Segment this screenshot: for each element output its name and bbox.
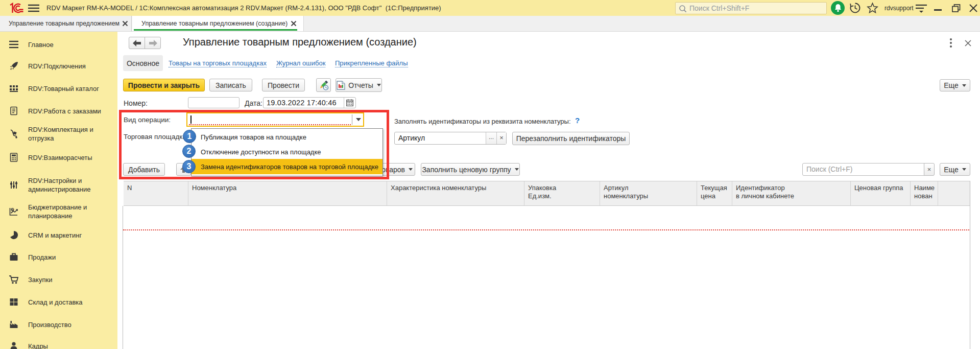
svg-text:Р: Р <box>12 208 14 211</box>
